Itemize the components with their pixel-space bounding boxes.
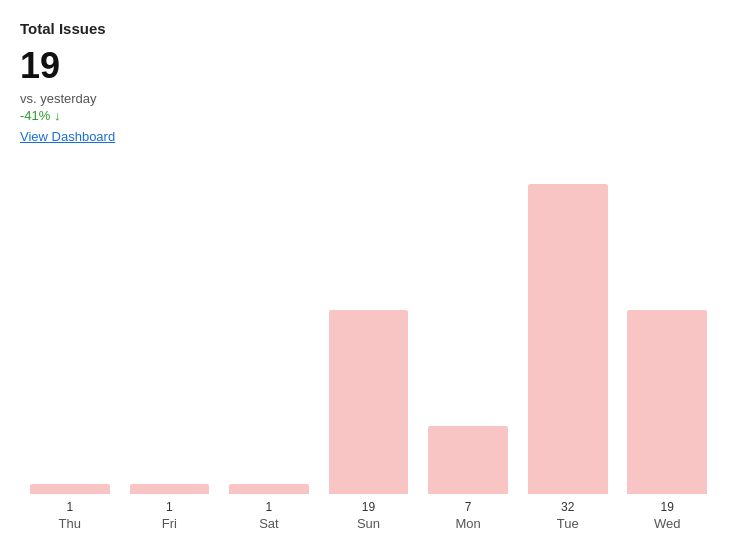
- label-group-sat: 1Sat: [219, 500, 319, 531]
- change-badge: -41% ↓: [20, 108, 717, 123]
- bar-value-sat: 1: [266, 500, 273, 514]
- bar-value-sun: 19: [362, 500, 375, 514]
- bar-sun: [329, 310, 409, 494]
- day-label-sat: Sat: [259, 516, 279, 531]
- label-group-fri: 1Fri: [120, 500, 220, 531]
- bar-thu: [30, 484, 110, 494]
- bar-value-mon: 7: [465, 500, 472, 514]
- day-label-tue: Tue: [557, 516, 579, 531]
- bar-sat: [229, 484, 309, 494]
- bar-group-thu: [20, 174, 120, 494]
- view-dashboard-link[interactable]: View Dashboard: [20, 129, 115, 144]
- total-issues-title: Total Issues: [20, 20, 717, 37]
- day-label-sun: Sun: [357, 516, 380, 531]
- bar-group-wed: [617, 174, 717, 494]
- vs-yesterday-label: vs. yesterday: [20, 91, 717, 106]
- bar-group-fri: [120, 174, 220, 494]
- label-group-tue: 32Tue: [518, 500, 618, 531]
- label-group-thu: 1Thu: [20, 500, 120, 531]
- day-label-mon: Mon: [455, 516, 480, 531]
- bar-fri: [130, 484, 210, 494]
- bar-tue: [528, 184, 608, 494]
- bar-chart: [20, 174, 717, 494]
- day-label-thu: Thu: [59, 516, 81, 531]
- labels-row: 1Thu1Fri1Sat19Sun7Mon32Tue19Wed: [20, 500, 717, 531]
- bar-value-tue: 32: [561, 500, 574, 514]
- total-issues-number: 19: [20, 45, 717, 87]
- bar-group-sat: [219, 174, 319, 494]
- label-group-sun: 19Sun: [319, 500, 419, 531]
- bar-value-wed: 19: [661, 500, 674, 514]
- day-label-wed: Wed: [654, 516, 681, 531]
- chart-area: 1Thu1Fri1Sat19Sun7Mon32Tue19Wed: [20, 174, 717, 531]
- bar-mon: [428, 426, 508, 494]
- bar-wed: [627, 310, 707, 494]
- label-group-mon: 7Mon: [418, 500, 518, 531]
- day-label-fri: Fri: [162, 516, 177, 531]
- bar-group-sun: [319, 174, 419, 494]
- bar-value-thu: 1: [66, 500, 73, 514]
- bar-value-fri: 1: [166, 500, 173, 514]
- bar-group-mon: [418, 174, 518, 494]
- label-group-wed: 19Wed: [617, 500, 717, 531]
- bar-group-tue: [518, 174, 618, 494]
